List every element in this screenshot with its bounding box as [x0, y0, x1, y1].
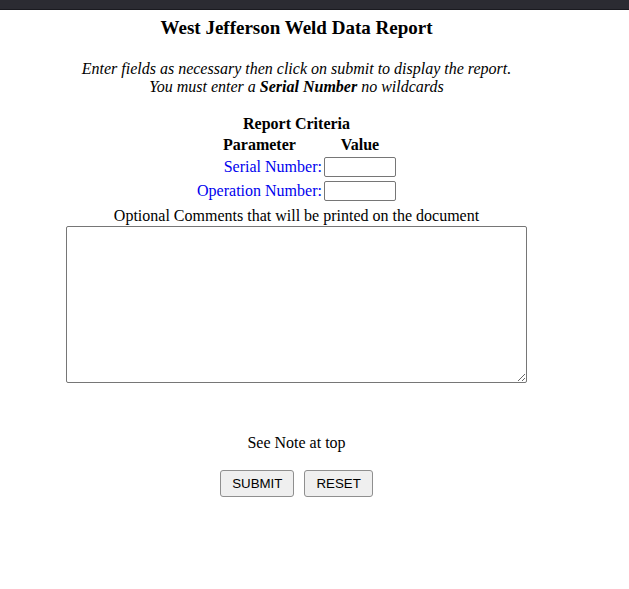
note-line: See Note at top: [0, 434, 593, 452]
criteria-table: Parameter Value Serial Number: Operation…: [196, 135, 397, 203]
submit-button[interactable]: SUBMIT: [220, 470, 294, 497]
button-row: SUBMIT RESET: [0, 470, 593, 497]
operation-number-label[interactable]: Operation Number:: [196, 179, 323, 203]
table-row: Serial Number:: [196, 155, 397, 179]
top-bar: [0, 0, 629, 10]
page: West Jefferson Weld Data Report Enter fi…: [0, 0, 629, 589]
reset-button[interactable]: RESET: [304, 470, 372, 497]
column-header-parameter: Parameter: [196, 135, 323, 155]
serial-number-input[interactable]: [324, 157, 396, 177]
instructions-line2-suffix: no wildcards: [357, 78, 444, 95]
comments-textarea[interactable]: [66, 226, 527, 383]
column-header-value: Value: [323, 135, 397, 155]
serial-number-label[interactable]: Serial Number:: [196, 155, 323, 179]
table-row: Operation Number:: [196, 179, 397, 203]
comments-label: Optional Comments that will be printed o…: [0, 207, 593, 225]
instructions: Enter fields as necessary then click on …: [0, 60, 593, 96]
operation-number-input[interactable]: [324, 181, 396, 201]
page-title: West Jefferson Weld Data Report: [0, 17, 593, 39]
form-content: West Jefferson Weld Data Report Enter fi…: [0, 17, 593, 497]
criteria-header-row: Parameter Value: [196, 135, 397, 155]
serial-number-cell: [323, 155, 397, 179]
instructions-line1: Enter fields as necessary then click on …: [82, 60, 512, 77]
instructions-line2-prefix: You must enter a: [149, 78, 260, 95]
instructions-serial-number-emphasis: Serial Number: [260, 78, 357, 95]
operation-number-cell: [323, 179, 397, 203]
criteria-heading: Report Criteria: [0, 115, 593, 133]
